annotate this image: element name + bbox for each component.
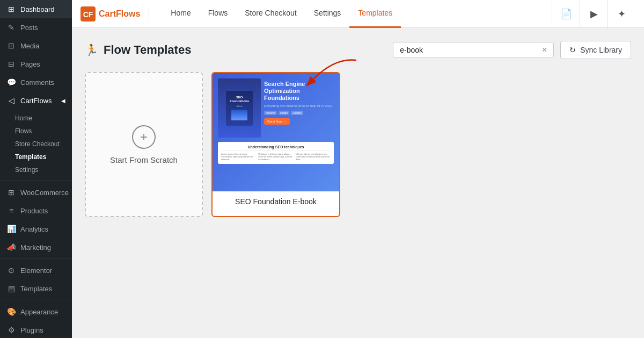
sidebar-item-analytics[interactable]: 📊 Analytics: [0, 220, 72, 238]
pages-icon: ⊟: [6, 59, 16, 69]
submenu-flows[interactable]: Flows: [0, 125, 72, 138]
start-from-scratch-card[interactable]: + Start From Scratch: [85, 72, 203, 217]
docs-icon: 📄: [560, 8, 572, 20]
products-icon: ≡: [6, 206, 16, 215]
nav-settings[interactable]: Settings: [305, 0, 350, 28]
sidebar-item-products[interactable]: ≡ Products: [0, 202, 72, 220]
seo-cta-button: Get it Now →: [264, 118, 290, 125]
media-icon: ⊡: [6, 41, 16, 51]
sidebar-divider-3: [0, 300, 72, 300]
seo-badge-3: Audible: [291, 111, 303, 115]
sidebar-item-appearance[interactable]: 🎨 Appearance: [0, 303, 72, 321]
gear-icon: ✦: [618, 8, 626, 20]
appearance-icon: 🎨: [6, 307, 16, 317]
sidebar-item-marketing[interactable]: 📣 Marketing: [0, 238, 72, 256]
cartflows-icon: ◁: [6, 96, 16, 105]
search-clear-button[interactable]: ×: [542, 46, 547, 54]
nav-store-checkout[interactable]: Store Checkout: [236, 0, 305, 28]
sidebar-item-cartflows[interactable]: ◁ CartFlows ◀: [0, 91, 72, 110]
nav-templates[interactable]: Templates: [349, 0, 401, 28]
sync-library-button[interactable]: ↻ Sync Library: [560, 41, 631, 59]
seo-col-3: Ullamco laboris nisi aliquip ex ea commo…: [296, 153, 331, 161]
submenu-templates[interactable]: Templates: [0, 150, 72, 163]
template-card-label: SEO Foundation E-book: [213, 191, 339, 211]
template-preview-seo: SEOFoundations eBook Search EngineOptimi…: [213, 73, 339, 191]
cartflows-collapse-icon: ◀: [61, 98, 65, 104]
comments-icon: 💬: [6, 77, 16, 87]
page-title: Flow Templates: [104, 43, 191, 57]
sidebar-item-dashboard[interactable]: ⊞ Dashboard: [0, 0, 72, 18]
posts-icon: ✎: [6, 23, 16, 32]
seo-badge-2: Kindle: [279, 111, 289, 115]
docs-icon-button[interactable]: 📄: [552, 0, 580, 28]
seo-top-section: SEOFoundations eBook Search EngineOptimi…: [218, 78, 334, 138]
sidebar-item-elementor[interactable]: ⊙ Elementor: [0, 261, 72, 279]
main-content: CF CartFlows Home Flows Store Checkout S…: [72, 0, 644, 338]
brand-logo: CF CartFlows: [80, 6, 149, 21]
submenu-settings[interactable]: Settings: [0, 163, 72, 176]
seo-main-headline: Search EngineOptimizationFoundations: [264, 81, 334, 102]
cartflows-logo-icon: CF: [80, 6, 96, 21]
nav-right-icons: 📄 ▶ ✦: [552, 0, 635, 28]
top-navigation: CF CartFlows Home Flows Store Checkout S…: [72, 0, 644, 28]
seo-divider: [221, 150, 331, 151]
sidebar-item-templates2[interactable]: ▤ Templates: [0, 279, 72, 298]
plus-icon: +: [132, 125, 156, 149]
seo-book-cover: SEOFoundations eBook: [218, 78, 261, 138]
templates-grid: + Start From Scratch SEOFoundations eBoo…: [85, 72, 631, 217]
page-header: 🏃 Flow Templates × ↻ Sync Library: [85, 41, 631, 59]
sidebar: ⊞ Dashboard ✎ Posts ⊡ Media ⊟ Pages 💬 Co…: [0, 0, 72, 338]
sidebar-item-posts[interactable]: ✎ Posts: [0, 18, 72, 37]
seo-right-content: Search EngineOptimizationFoundations Eve…: [264, 78, 334, 138]
page-content: 🏃 Flow Templates × ↻ Sync Library + Star…: [72, 28, 644, 338]
sync-icon: ↻: [569, 46, 576, 54]
sidebar-item-media[interactable]: ⊡ Media: [0, 37, 72, 55]
seo-badges: Amazon Kindle Audible: [264, 111, 334, 115]
sidebar-item-plugins[interactable]: ⚙ Plugins: [0, 321, 72, 338]
seo-col-1: Lorem ipsum dolor sit amet consectetur a…: [221, 153, 256, 161]
header-controls: × ↻ Sync Library: [393, 41, 631, 59]
nav-items: Home Flows Store Checkout Settings Templ…: [162, 0, 552, 28]
video-icon-button[interactable]: ▶: [580, 0, 608, 28]
search-bar: ×: [393, 42, 554, 58]
elementor-icon: ⊙: [6, 265, 16, 275]
nav-home[interactable]: Home: [162, 0, 199, 28]
seo-mockup: SEOFoundations eBook Search EngineOptimi…: [213, 73, 339, 191]
plugins-icon: ⚙: [6, 325, 16, 335]
marketing-icon: 📣: [6, 242, 16, 252]
templates2-icon: ▤: [6, 284, 16, 293]
submenu-home[interactable]: Home: [0, 112, 72, 125]
cartflows-submenu: Home Flows Store Checkout Templates Sett…: [0, 110, 72, 178]
woocommerce-icon: ⊞: [6, 188, 16, 197]
seo-bottom-title: Understanding SEO techniques: [221, 145, 331, 149]
gear-icon-button[interactable]: ✦: [608, 0, 635, 28]
seo-sub-text: Everything you need to know to rank #1 i…: [264, 104, 334, 107]
search-input[interactable]: [400, 46, 538, 54]
seo-bottom-columns: Lorem ipsum dolor sit amet consectetur a…: [221, 153, 331, 161]
video-icon: ▶: [590, 8, 598, 20]
sidebar-divider-2: [0, 258, 72, 259]
seo-bottom-section: Understanding SEO techniques Lorem ipsum…: [218, 142, 334, 164]
svg-text:CF: CF: [83, 10, 93, 19]
flow-templates-icon: 🏃: [85, 44, 98, 56]
seo-badge-1: Amazon: [264, 111, 277, 115]
sidebar-divider-1: [0, 181, 72, 181]
dashboard-icon: ⊞: [6, 4, 16, 14]
nav-flows[interactable]: Flows: [200, 0, 237, 28]
seo-col-2: Ut labore et dolore magna aliqua enim ad…: [258, 153, 293, 161]
analytics-icon: 📊: [6, 224, 16, 234]
page-title-group: 🏃 Flow Templates: [85, 43, 191, 57]
sidebar-item-woocommerce[interactable]: ⊞ WooCommerce: [0, 183, 72, 202]
scratch-label: Start From Scratch: [110, 155, 178, 164]
template-card-seo-foundation[interactable]: SEOFoundations eBook Search EngineOptimi…: [211, 72, 340, 217]
sidebar-item-comments[interactable]: 💬 Comments: [0, 73, 72, 91]
sidebar-item-pages[interactable]: ⊟ Pages: [0, 55, 72, 73]
submenu-store-checkout[interactable]: Store Checkout: [0, 138, 72, 150]
